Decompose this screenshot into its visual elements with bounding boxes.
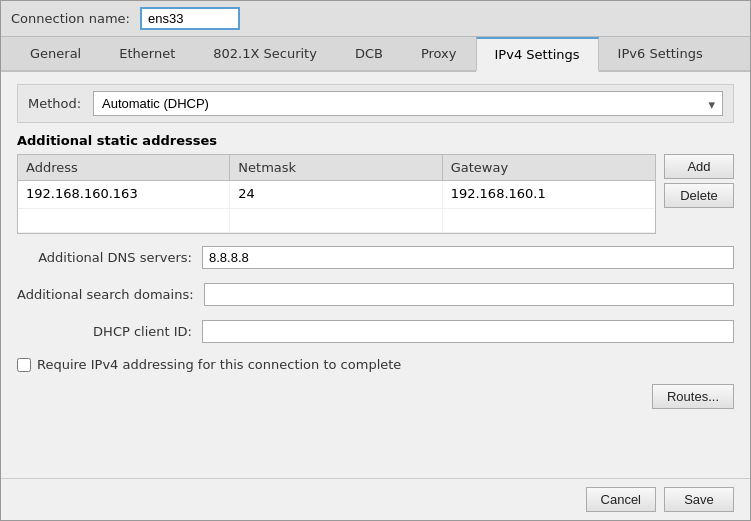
section-static-addresses: Additional static addresses Address Netm… [17, 133, 734, 234]
tab-general[interactable]: General [11, 37, 100, 72]
cell-netmask: 24 [230, 181, 442, 208]
require-ipv4-label: Require IPv4 addressing for this connect… [37, 357, 401, 372]
dhcp-label: DHCP client ID: [17, 324, 192, 339]
connection-name-label: Connection name: [11, 11, 130, 26]
search-input[interactable] [204, 283, 734, 306]
method-select-wrapper: Automatic (DHCP) Manual Link-Local Only … [93, 91, 723, 116]
cell-gateway: 192.168.160.1 [443, 181, 655, 208]
bottom-bar: Cancel Save [1, 478, 750, 520]
tab-ipv4[interactable]: IPv4 Settings [476, 37, 599, 72]
title-bar: Connection name: [1, 1, 750, 37]
tab-security[interactable]: 802.1X Security [194, 37, 336, 72]
routes-row: Routes... [17, 384, 734, 409]
dns-row: Additional DNS servers: [17, 244, 734, 271]
main-content: Method: Automatic (DHCP) Manual Link-Loc… [1, 72, 750, 478]
header-netmask: Netmask [230, 155, 442, 180]
addresses-with-buttons: Address Netmask Gateway 192.168.160.163 … [17, 154, 734, 234]
routes-button[interactable]: Routes... [652, 384, 734, 409]
method-row: Method: Automatic (DHCP) Manual Link-Loc… [17, 84, 734, 123]
table-row[interactable]: 192.168.160.163 24 192.168.160.1 [18, 181, 655, 209]
dns-label: Additional DNS servers: [17, 250, 192, 265]
dhcp-input[interactable] [202, 320, 734, 343]
search-label: Additional search domains: [17, 287, 194, 302]
bottom-right-buttons: Cancel Save [586, 487, 734, 512]
tab-ethernet[interactable]: Ethernet [100, 37, 194, 72]
connection-name-input[interactable] [140, 7, 240, 30]
addresses-table: Address Netmask Gateway 192.168.160.163 … [17, 154, 656, 234]
dialog: Connection name: General Ethernet 802.1X… [0, 0, 751, 521]
search-domains-row: Additional search domains: [17, 281, 734, 308]
tab-proxy[interactable]: Proxy [402, 37, 476, 72]
addr-buttons: Add Delete [664, 154, 734, 208]
header-gateway: Gateway [443, 155, 655, 180]
addr-table-header: Address Netmask Gateway [18, 155, 655, 181]
header-address: Address [18, 155, 230, 180]
section-title: Additional static addresses [17, 133, 734, 148]
method-select[interactable]: Automatic (DHCP) Manual Link-Local Only … [93, 91, 723, 116]
table-row-empty[interactable] [18, 209, 655, 233]
save-button[interactable]: Save [664, 487, 734, 512]
cell-address: 192.168.160.163 [18, 181, 230, 208]
add-button[interactable]: Add [664, 154, 734, 179]
cancel-button[interactable]: Cancel [586, 487, 656, 512]
checkbox-row: Require IPv4 addressing for this connect… [17, 355, 734, 374]
require-ipv4-checkbox[interactable] [17, 358, 31, 372]
dns-input[interactable] [202, 246, 734, 269]
dhcp-row: DHCP client ID: [17, 318, 734, 345]
delete-button[interactable]: Delete [664, 183, 734, 208]
tab-dcb[interactable]: DCB [336, 37, 402, 72]
tabs-bar: General Ethernet 802.1X Security DCB Pro… [1, 37, 750, 72]
method-label: Method: [28, 96, 83, 111]
tab-ipv6[interactable]: IPv6 Settings [599, 37, 722, 72]
